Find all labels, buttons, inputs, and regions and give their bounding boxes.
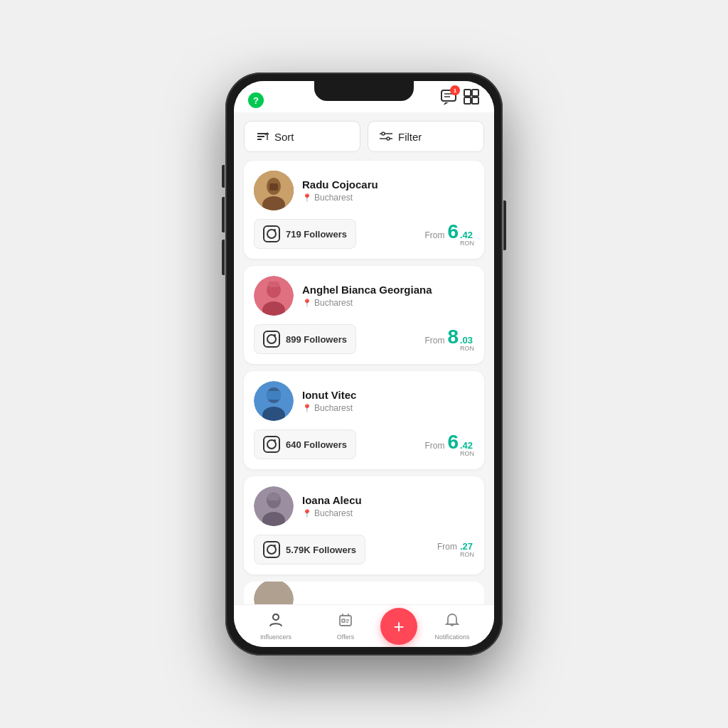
avatar-partial <box>254 582 294 604</box>
card-top-3: Ionut Vitec 📍 Bucharest <box>254 381 474 421</box>
nav-influencers-label: Influencers <box>260 633 291 641</box>
content-area: Sort Filter <box>234 112 494 604</box>
avatar-ionut <box>254 381 294 421</box>
price-decimal-ron-2: .03 RON <box>460 336 474 352</box>
chat-badge: 1 <box>450 85 460 95</box>
price-area-2: From 8 .03 RON <box>424 327 474 352</box>
card-name-1: Radu Cojocaru <box>302 178 474 191</box>
influencer-card-3[interactable]: Ionut Vitec 📍 Bucharest 640 Followers <box>244 371 484 469</box>
phone-wrapper: ? 1 <box>225 73 503 655</box>
card-info-2: Anghel Bianca Georgiana 📍 Bucharest <box>302 284 474 308</box>
volume-down-button <box>222 240 225 275</box>
svg-rect-4 <box>472 90 478 96</box>
price-main-3: 6 <box>447 432 459 452</box>
card-top-4: Ioana Alecu 📍 Bucharest <box>254 486 474 526</box>
followers-badge-4: 5.79K Followers <box>254 535 365 564</box>
card-location-2: 📍 Bucharest <box>302 298 474 308</box>
sort-label: Sort <box>274 131 294 143</box>
sort-button[interactable]: Sort <box>244 121 360 152</box>
from-text-4: From <box>437 542 457 552</box>
nav-offers[interactable]: Offers <box>311 612 380 641</box>
grid-icon[interactable] <box>463 88 480 108</box>
price-decimal-ron-3: .42 RON <box>460 441 474 457</box>
filter-icon <box>380 130 392 143</box>
price-decimal-ron-4: .27 RON <box>460 542 474 558</box>
followers-badge-1: 719 Followers <box>254 219 356 249</box>
price-ron-1: RON <box>460 240 474 247</box>
price-area-3: From 6 .42 RON <box>424 432 474 457</box>
sort-filter-bar: Sort Filter <box>244 112 484 161</box>
price-ron-2: RON <box>460 346 474 352</box>
chat-button[interactable]: 1 <box>440 88 457 108</box>
nav-notifications[interactable]: Notifications <box>417 612 487 641</box>
nav-influencers[interactable]: Influencers <box>241 612 311 641</box>
from-text-1: From <box>424 230 444 240</box>
avatar-radu <box>254 171 294 210</box>
power-button <box>503 200 506 250</box>
phone-frame: ? 1 <box>225 73 503 655</box>
nav-notifications-label: Notifications <box>434 633 469 641</box>
price-decimal-1: .42 <box>460 230 473 240</box>
price-decimal-ron-1: .42 RON <box>460 230 474 247</box>
price-decimal-3: .42 <box>460 441 473 450</box>
avatar-anghel <box>254 276 294 316</box>
influencer-card-2[interactable]: Anghel Bianca Georgiana 📍 Bucharest 899 … <box>244 266 484 364</box>
add-icon: + <box>393 617 404 636</box>
card-location-1: 📍 Bucharest <box>302 193 474 203</box>
price-area-4: From .27 RON <box>437 542 474 558</box>
card-name-4: Ioana Alecu <box>302 494 474 506</box>
price-decimal-4: .27 <box>460 542 473 551</box>
instagram-icon-3 <box>263 436 280 453</box>
nav-offers-label: Offers <box>337 633 354 641</box>
offers-nav-icon <box>338 612 353 631</box>
sort-icon <box>256 130 269 143</box>
followers-count-3: 640 Followers <box>286 439 347 450</box>
price-decimal-2: .03 <box>460 336 473 345</box>
volume-silent-button <box>222 165 225 188</box>
influencers-nav-icon <box>268 612 284 631</box>
location-pin-3: 📍 <box>302 404 312 413</box>
followers-badge-2: 899 Followers <box>254 324 356 354</box>
instagram-icon-1 <box>263 225 280 242</box>
followers-count-4: 5.79K Followers <box>286 545 356 555</box>
avatar-image-2 <box>254 276 294 316</box>
card-top-2: Anghel Bianca Georgiana 📍 Bucharest <box>254 276 474 316</box>
card-name-2: Anghel Bianca Georgiana <box>302 284 474 296</box>
location-pin-4: 📍 <box>302 509 312 518</box>
volume-up-button <box>222 197 225 232</box>
card-location-4: 📍 Bucharest <box>302 508 474 518</box>
svg-rect-37 <box>342 619 345 622</box>
card-info-1: Radu Cojocaru 📍 Bucharest <box>302 178 474 203</box>
followers-badge-3: 640 Followers <box>254 429 356 459</box>
phone-screen: ? 1 <box>234 81 494 647</box>
card-bottom-2: 899 Followers From 8 .03 RON <box>254 324 474 354</box>
card-name-3: Ionut Vitec <box>302 389 474 401</box>
svg-rect-20 <box>269 183 278 191</box>
status-left: ? <box>248 92 264 108</box>
from-text-3: From <box>424 441 444 451</box>
influencer-card-1[interactable]: Radu Cojocaru 📍 Bucharest 719 Followers <box>244 161 484 259</box>
add-button[interactable]: + <box>380 608 417 645</box>
notifications-nav-icon <box>444 612 460 631</box>
avatar-image-1 <box>254 171 294 210</box>
instagram-icon-2 <box>263 331 280 348</box>
price-ron-3: RON <box>460 451 474 457</box>
from-text-2: From <box>424 336 444 346</box>
bottom-nav: Influencers Offers + <box>234 604 494 647</box>
avatar-ioana <box>254 486 294 526</box>
card-info-4: Ioana Alecu 📍 Bucharest <box>302 494 474 518</box>
card-top-1: Radu Cojocaru 📍 Bucharest <box>254 171 474 210</box>
filter-button[interactable]: Filter <box>368 121 484 152</box>
influencer-card-4[interactable]: Ioana Alecu 📍 Bucharest 5.79K Followers <box>244 476 484 574</box>
svg-point-35 <box>273 614 279 620</box>
instagram-icon-4 <box>263 541 280 558</box>
card-bottom-1: 719 Followers From 6 .42 RON <box>254 219 474 249</box>
card-location-3: 📍 Bucharest <box>302 403 474 413</box>
location-pin-1: 📍 <box>302 193 312 203</box>
notch <box>314 81 414 101</box>
avatar-image-3 <box>254 381 294 421</box>
svg-point-11 <box>382 132 385 135</box>
help-icon[interactable]: ? <box>248 92 264 108</box>
avatar-image-4 <box>254 486 294 526</box>
svg-rect-33 <box>254 582 294 604</box>
